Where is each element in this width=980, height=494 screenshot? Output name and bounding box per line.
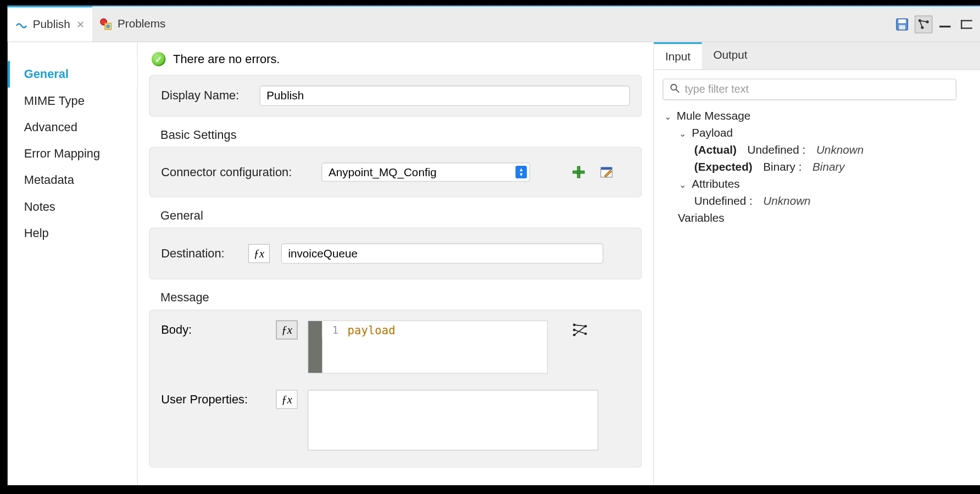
fx-button-destination[interactable]: ƒx (248, 244, 270, 263)
tree-value: Unknown (763, 195, 810, 208)
edit-config-button[interactable] (598, 164, 615, 181)
body-label: Body: (161, 321, 266, 337)
tree-value: Unknown (816, 144, 864, 157)
status-text: There are no errors. (173, 52, 280, 66)
tree-type: Binary : (763, 161, 801, 174)
sidebar-item-label: Advanced (24, 120, 77, 133)
meta-tab-output[interactable]: Output (702, 42, 759, 69)
search-icon (670, 83, 680, 96)
tree-key: (Actual) (694, 144, 737, 157)
user-properties-label: User Properties: (161, 390, 266, 406)
basic-settings-title: Basic Settings (149, 123, 642, 147)
connector-label: Connector configuration: (161, 165, 310, 179)
fx-button-body[interactable]: ƒx (276, 321, 298, 340)
display-name-label: Display Name: (161, 89, 249, 103)
connector-select[interactable]: Anypoint_MQ_Config ▲▼ (321, 162, 530, 182)
destination-input[interactable] (281, 244, 604, 264)
svg-point-2 (106, 24, 110, 28)
sidebar: General MIME Type Advanced Error Mapping… (8, 42, 138, 485)
tree-label: Variables (678, 212, 725, 225)
tree-type: Undefined : (694, 195, 753, 208)
tree-type: Undefined : (747, 144, 805, 157)
sidebar-item-label: Notes (24, 200, 55, 213)
basic-settings-panel: Connector configuration: Anypoint_MQ_Con… (149, 147, 642, 198)
tab-publish-label: Publish (33, 18, 70, 31)
sidebar-item-label: Help (24, 227, 49, 240)
tree-node-mule-message[interactable]: ⌄ Mule Message (662, 108, 956, 125)
metadata-tree: ⌄ Mule Message ⌄ Payload (Actual) Undefi… (662, 108, 956, 227)
svg-line-22 (676, 89, 680, 93)
tree-node-expected[interactable]: (Expected) Binary : Binary (662, 159, 956, 176)
maximize-button[interactable] (957, 15, 975, 33)
sidebar-item-help[interactable]: Help (8, 220, 137, 246)
chevron-updown-icon: ▲▼ (515, 166, 527, 178)
tree-node-attributes[interactable]: ⌄ Attributes (662, 176, 956, 193)
tree-label: Mule Message (677, 110, 751, 123)
sidebar-item-label: MIME Type (24, 94, 85, 107)
main-area: General MIME Type Advanced Error Mapping… (8, 42, 980, 485)
svg-rect-5 (899, 25, 905, 29)
general-section-title: General (149, 204, 642, 228)
tree-node-variables[interactable]: Variables (662, 210, 956, 227)
code-line-number: 1 (322, 321, 343, 339)
filter-input-wrap[interactable] (662, 78, 956, 100)
filter-input[interactable] (685, 83, 950, 96)
tab-publish[interactable]: Publish ✕ (8, 5, 92, 42)
check-ok-icon: ✓ (152, 52, 165, 66)
publish-icon (15, 18, 28, 31)
svg-point-21 (671, 85, 676, 90)
tree-node-attr-value[interactable]: Undefined : Unknown (662, 193, 956, 210)
sidebar-item-label: General (24, 68, 69, 81)
dataweave-map-button[interactable] (570, 321, 589, 340)
body-code-editor[interactable]: 1 payload (308, 321, 548, 374)
message-panel: Body: ƒx 1 payload (149, 310, 642, 468)
svg-rect-9 (939, 25, 951, 27)
app-window: Publish ✕ Problems (8, 5, 980, 485)
tree-value: Binary (812, 161, 845, 174)
tree-node-payload[interactable]: ⌄ Payload (662, 125, 956, 142)
code-text: payload (342, 321, 400, 339)
sidebar-item-error-mapping[interactable]: Error Mapping (8, 141, 137, 167)
sidebar-item-label: Error Mapping (24, 147, 100, 160)
meta-tab-label: Input (665, 50, 691, 63)
add-config-button[interactable] (570, 164, 587, 181)
fx-button-userprops[interactable]: ƒx (276, 390, 298, 409)
close-icon[interactable]: ✕ (76, 19, 85, 31)
status-row: ✓ There are no errors. (149, 48, 642, 75)
tab-problems-label: Problems (118, 18, 165, 31)
display-name-panel: Display Name: (149, 75, 642, 117)
tree-key: (Expected) (694, 161, 753, 174)
svg-rect-14 (601, 167, 612, 170)
meta-tabs: Input Output (654, 42, 980, 70)
toolbar-right (893, 7, 976, 41)
chevron-down-icon[interactable]: ⌄ (678, 179, 688, 189)
sidebar-item-mime[interactable]: MIME Type (8, 88, 137, 114)
code-gutter (308, 321, 322, 373)
svg-rect-11 (573, 171, 584, 173)
problems-icon (100, 18, 113, 30)
destination-label: Destination: (161, 246, 237, 260)
sidebar-item-advanced[interactable]: Advanced (8, 114, 137, 141)
svg-rect-4 (898, 19, 906, 23)
tree-node-actual[interactable]: (Actual) Undefined : Unknown (662, 142, 956, 159)
save-button[interactable] (893, 15, 911, 33)
sidebar-item-label: Metadata (24, 173, 74, 187)
meta-tab-input[interactable]: Input (654, 42, 701, 69)
sidebar-item-general[interactable]: General (8, 61, 137, 87)
tab-bar: Publish ✕ Problems (8, 7, 980, 42)
metadata-panel: Input Output ⌄ Mule Message ⌄ (653, 42, 980, 485)
user-properties-input[interactable] (308, 390, 598, 450)
chevron-down-icon[interactable]: ⌄ (662, 111, 672, 121)
sidebar-item-notes[interactable]: Notes (8, 194, 137, 220)
sidebar-item-metadata[interactable]: Metadata (8, 167, 137, 193)
meta-tab-label: Output (713, 48, 747, 61)
general-panel: Destination: ƒx (149, 228, 642, 279)
display-name-input[interactable] (260, 86, 630, 106)
chevron-down-icon[interactable]: ⌄ (678, 128, 688, 138)
tree-label: Payload (692, 127, 733, 140)
tree-toggle-button[interactable] (915, 15, 932, 33)
tree-label: Attributes (692, 178, 739, 191)
message-section-title: Message (149, 286, 642, 310)
minimize-button[interactable] (936, 15, 954, 33)
tab-problems[interactable]: Problems (92, 7, 173, 41)
